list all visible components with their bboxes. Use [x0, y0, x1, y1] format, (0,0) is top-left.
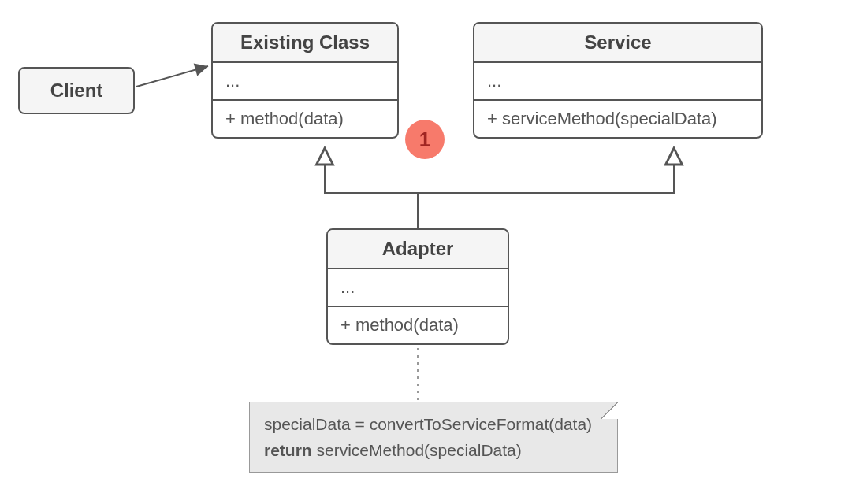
service-class-title: Service	[474, 24, 761, 63]
existing-class-method: + method(data)	[213, 101, 397, 137]
adapter-note: specialData = convertToServiceFormat(dat…	[249, 402, 618, 473]
existing-class-title: Existing Class	[213, 24, 397, 63]
existing-class: Existing Class ... + method(data)	[211, 22, 399, 139]
note-line-2: return serviceMethod(specialData)	[264, 438, 603, 464]
inherit-adapter-service	[418, 148, 674, 228]
existing-class-attrs: ...	[213, 63, 397, 101]
service-class-method: + serviceMethod(specialData)	[474, 101, 761, 137]
client-class: Client	[18, 67, 135, 114]
annotation-badge-1: 1	[405, 120, 445, 159]
inherit-adapter-existing	[325, 148, 418, 228]
note-return-keyword: return	[264, 441, 312, 459]
adapter-class-method: + method(data)	[328, 307, 508, 343]
note-fold-icon	[601, 402, 618, 419]
service-class-attrs: ...	[474, 63, 761, 101]
service-class: Service ... + serviceMethod(specialData)	[473, 22, 763, 139]
badge-number: 1	[419, 128, 430, 152]
note-line-1: specialData = convertToServiceFormat(dat…	[264, 412, 603, 438]
note-line-2-rest: serviceMethod(specialData)	[312, 441, 522, 459]
adapter-class-attrs: ...	[328, 269, 508, 307]
assoc-client-existing	[136, 66, 208, 87]
adapter-class: Adapter ... + method(data)	[326, 228, 509, 345]
adapter-class-title: Adapter	[328, 230, 508, 269]
client-title: Client	[50, 80, 103, 101]
